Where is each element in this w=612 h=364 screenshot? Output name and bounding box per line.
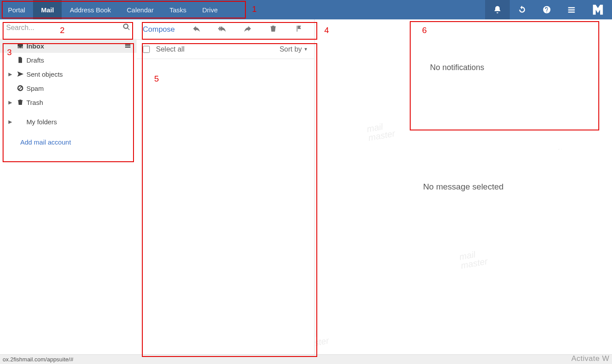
app-tab-tasks[interactable]: Tasks bbox=[162, 0, 194, 19]
app-tab-drive[interactable]: Drive bbox=[194, 0, 226, 19]
windows-activate-text: Activate W bbox=[571, 354, 609, 363]
topbar-right bbox=[485, 0, 612, 19]
folder-trash[interactable]: ▶ Trash bbox=[0, 95, 137, 109]
reading-empty-label: No message selected bbox=[423, 182, 504, 192]
list-header: Select all Sort by ▼ bbox=[137, 40, 314, 59]
folder-menu-icon[interactable] bbox=[122, 42, 133, 49]
reply-all-icon[interactable] bbox=[218, 25, 226, 34]
expand-arrow[interactable]: ▶ bbox=[6, 100, 14, 105]
folder-label: Trash bbox=[26, 99, 133, 106]
send-icon bbox=[14, 71, 26, 78]
bell-icon[interactable] bbox=[485, 0, 510, 19]
app-tab-label: Address Book bbox=[70, 6, 111, 14]
status-bar: ox.2fishmail.com/appsuite/# “ Activate W bbox=[0, 354, 612, 364]
top-bar: Portal Mail Address Book Calendar Tasks … bbox=[0, 0, 612, 19]
menu-icon[interactable] bbox=[559, 0, 584, 19]
forward-icon[interactable] bbox=[244, 25, 252, 34]
app-tab-label: Calendar bbox=[127, 6, 154, 14]
refresh-icon[interactable] bbox=[510, 0, 534, 19]
mail-toolbar: Compose bbox=[137, 19, 314, 40]
folder-myfolders[interactable]: ▶ My folders bbox=[0, 115, 137, 129]
help-icon[interactable] bbox=[534, 0, 559, 19]
add-mail-account-link[interactable]: Add mail account bbox=[0, 134, 137, 146]
search-icon[interactable] bbox=[122, 23, 130, 33]
app-tab-label: Portal bbox=[8, 6, 25, 14]
search-input[interactable] bbox=[6, 24, 122, 32]
sidebar: Inbox Drafts ▶ Sent objects Spam ▶ bbox=[0, 19, 137, 354]
folder-drafts[interactable]: Drafts bbox=[0, 53, 137, 67]
folder-spam[interactable]: Spam bbox=[0, 81, 137, 95]
app-tab-mail[interactable]: Mail bbox=[33, 0, 62, 19]
folder-tree: Inbox Drafts ▶ Sent objects Spam ▶ bbox=[0, 36, 137, 146]
message-list-column: Compose Select all Sort by ▼ bbox=[137, 19, 315, 354]
status-url: ox.2fishmail.com/appsuite/# bbox=[3, 356, 73, 363]
add-account-label: Add mail account bbox=[20, 138, 71, 146]
app-tab-portal[interactable]: Portal bbox=[0, 0, 33, 19]
app-tab-address-book[interactable]: Address Book bbox=[62, 0, 119, 19]
compose-button[interactable]: Compose bbox=[143, 25, 175, 34]
inbox-icon bbox=[14, 42, 26, 49]
app-tab-label: Mail bbox=[41, 6, 54, 14]
reply-icon[interactable] bbox=[193, 25, 200, 34]
folder-label: Sent objects bbox=[26, 71, 133, 78]
folder-label: Inbox bbox=[26, 42, 122, 50]
brand-logo bbox=[584, 0, 612, 19]
expand-arrow[interactable]: ▶ bbox=[6, 71, 14, 77]
select-all-label: Select all bbox=[156, 45, 185, 53]
folder-inbox[interactable]: Inbox bbox=[0, 39, 137, 53]
notifications-empty-label: No notifications bbox=[430, 63, 484, 72]
flag-icon[interactable] bbox=[295, 25, 303, 34]
compose-label: Compose bbox=[143, 25, 175, 33]
app-tab-label: Tasks bbox=[170, 6, 186, 14]
select-all-checkbox[interactable] bbox=[143, 46, 150, 53]
folder-label: My folders bbox=[26, 118, 133, 126]
app-tab-calendar[interactable]: Calendar bbox=[119, 0, 162, 19]
message-list-body[interactable] bbox=[137, 59, 314, 354]
delete-icon[interactable] bbox=[269, 25, 277, 34]
folder-label: Drafts bbox=[26, 56, 133, 64]
app-tab-label: Drive bbox=[202, 6, 218, 14]
app-tabs: Portal Mail Address Book Calendar Tasks … bbox=[0, 0, 226, 19]
ban-icon bbox=[14, 85, 26, 92]
sort-by-dropdown[interactable]: Sort by ▼ bbox=[279, 45, 308, 53]
folder-sent[interactable]: ▶ Sent objects bbox=[0, 67, 137, 81]
sort-by-label: Sort by bbox=[279, 45, 302, 53]
search-row bbox=[0, 19, 137, 36]
expand-arrow[interactable]: ▶ bbox=[6, 119, 14, 125]
folder-label: Spam bbox=[26, 85, 133, 92]
caret-down-icon: ▼ bbox=[304, 47, 308, 52]
notifications-panel: No notifications bbox=[415, 41, 604, 149]
file-icon bbox=[14, 56, 26, 63]
main-area: mailmaster mailmaster mailmaster mailmas… bbox=[0, 19, 612, 354]
trash-icon bbox=[14, 99, 26, 106]
